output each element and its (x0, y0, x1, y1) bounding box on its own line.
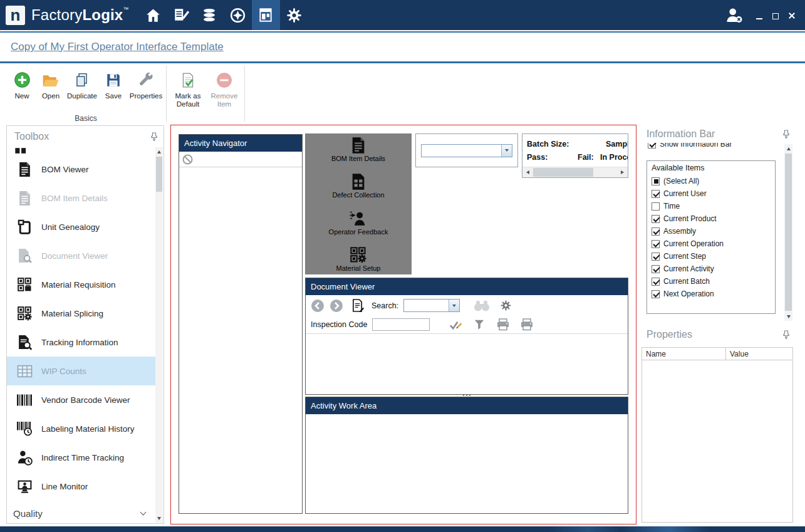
activity-item-bom-item-details[interactable]: BOM Item Details (305, 137, 412, 162)
scroll-down-button[interactable] (155, 514, 163, 523)
scrollbar-thumb[interactable] (533, 168, 593, 177)
toolbox-item-material-splicing[interactable]: Material Splicing (7, 299, 155, 328)
scroll-up-button[interactable] (784, 144, 792, 153)
toolbox-item-indirect-time-tracking[interactable]: Indirect Time Tracking (7, 443, 155, 472)
activity-item-operator-feedback[interactable]: Operator Feedback (305, 210, 412, 236)
print-icon[interactable] (496, 318, 510, 331)
toolbox-item-document-viewer[interactable]: Document Viewer (7, 241, 155, 270)
scroll-down-button[interactable] (784, 312, 792, 321)
search-dropdown-button[interactable] (449, 300, 459, 311)
toolbox-item-tracking-information[interactable]: Tracking Information (7, 328, 155, 357)
activity-work-area-content[interactable] (306, 414, 628, 513)
print-preview-icon[interactable] (520, 318, 534, 331)
new-button[interactable]: New (8, 68, 36, 100)
next-operation-checkbox[interactable] (652, 290, 660, 298)
widget-combobox[interactable] (421, 144, 512, 157)
save-button[interactable]: Save (99, 68, 128, 100)
item-assembly[interactable]: Assembly (647, 225, 775, 237)
combobox-dropdown-button[interactable] (501, 145, 512, 157)
item-current-user[interactable]: Current User (647, 187, 775, 200)
scroll-right-button[interactable] (617, 167, 628, 177)
show-information-bar-row[interactable]: Show Information Bar (648, 143, 796, 151)
toolbox-item-labeling-material-history[interactable]: Labeling Material History (7, 414, 155, 443)
toolbox-item-line-monitor[interactable]: Line Monitor (7, 472, 155, 501)
close-button[interactable] (787, 11, 796, 19)
scrollbar-thumb[interactable] (785, 154, 792, 311)
user-account-icon[interactable] (720, 0, 749, 30)
column-header-name[interactable]: Name (642, 348, 726, 360)
search-input[interactable] (405, 301, 449, 311)
viewer-settings-gear-icon[interactable] (500, 300, 512, 311)
nav-settings-icon[interactable] (280, 0, 308, 30)
minimize-button[interactable] (755, 11, 764, 19)
toolbox-group-quality[interactable]: Quality (7, 504, 155, 523)
document-viewer-content[interactable] (306, 334, 628, 394)
activity-toolbox-panel[interactable]: BOM Item Details Defect Collection Opera… (305, 133, 412, 274)
document-viewer-panel[interactable]: Document Viewer Search: Inspection Code (305, 278, 628, 395)
toolbox-item-bom-viewer[interactable]: BOM Viewer (7, 155, 155, 184)
chevron-down-icon (140, 509, 147, 516)
pin-icon[interactable] (782, 130, 790, 138)
approve-check-icon[interactable] (449, 319, 462, 331)
item-current-activity[interactable]: Current Activity (647, 263, 775, 275)
activity-item-material-setup[interactable]: Material Setup (305, 246, 412, 272)
forward-button[interactable] (330, 299, 343, 313)
column-header-value[interactable]: Value (726, 348, 792, 360)
scroll-up-button[interactable] (155, 147, 163, 156)
open-button[interactable]: Open (36, 68, 65, 100)
remove-item-button[interactable]: Remove Item (206, 68, 242, 108)
item-current-product[interactable]: Current Product (647, 212, 775, 225)
toolbox-item-bom-item-details[interactable]: BOM Item Details (7, 184, 155, 212)
back-button[interactable] (311, 299, 325, 313)
item-current-operation[interactable]: Current Operation (647, 237, 775, 250)
toolbox-item-wip-counts[interactable]: WIP Counts (7, 357, 155, 385)
item-next-operation[interactable]: Next Operation (647, 288, 775, 300)
time-checkbox[interactable] (652, 202, 660, 211)
scroll-left-button[interactable] (522, 167, 533, 177)
activity-item-defect-collection[interactable]: Defect Collection (305, 173, 412, 199)
duplicate-button[interactable]: Duplicate (65, 68, 99, 100)
current-user-checkbox[interactable] (652, 190, 660, 198)
item-current-batch[interactable]: Current Batch (647, 275, 775, 288)
dropdown-widget-panel[interactable] (415, 133, 518, 167)
activity-navigator-panel[interactable]: Activity Navigator (179, 134, 303, 514)
nav-dispatch-icon[interactable] (224, 0, 252, 30)
designer-surface[interactable]: Activity Navigator BOM Item Details Defe… (170, 125, 636, 524)
scrollbar-thumb[interactable] (156, 157, 162, 192)
nav-home-icon[interactable] (139, 0, 167, 30)
current-activity-checkbox[interactable] (652, 265, 660, 273)
activity-work-area-panel[interactable]: Activity Work Area (305, 397, 628, 514)
nav-templates-icon[interactable] (252, 0, 280, 30)
pin-icon[interactable] (150, 132, 158, 141)
toolbox-item-vendor-barcode-viewer[interactable]: Vendor Barcode Viewer (7, 385, 155, 414)
current-step-checkbox[interactable] (652, 253, 660, 261)
filter-icon[interactable] (474, 319, 485, 330)
show-information-bar-checkbox[interactable] (648, 143, 656, 149)
search-combobox[interactable] (403, 299, 460, 312)
nav-worksheet-icon[interactable] (167, 0, 195, 30)
current-product-checkbox[interactable] (652, 215, 660, 223)
properties-button[interactable]: Properties (128, 68, 164, 100)
assembly-checkbox[interactable] (652, 227, 660, 236)
maximize-button[interactable] (771, 11, 780, 19)
template-title[interactable]: Copy of My First Operator Interface Temp… (11, 41, 224, 53)
current-operation-checkbox[interactable] (652, 240, 660, 248)
toolbox-item-unit-genealogy[interactable]: Unit Genealogy (7, 212, 155, 241)
document-list-icon[interactable] (352, 299, 364, 312)
batch-panel-hscrollbar[interactable] (522, 167, 628, 177)
batch-summary-panel[interactable]: Batch Size: Sample Pass: Fail: In Proces… (522, 133, 628, 178)
information-bar-scrollbar[interactable] (784, 144, 792, 321)
toolbox-item-material-requisition[interactable]: Material Requisition (7, 270, 155, 299)
toolbox-item-partial[interactable] (7, 147, 155, 155)
mark-as-default-button[interactable]: Mark as Default (170, 68, 206, 108)
item-select-all[interactable]: (Select All) (647, 175, 775, 187)
toolbox-scrollbar[interactable] (155, 147, 163, 523)
item-current-step[interactable]: Current Step (647, 250, 775, 263)
item-time[interactable]: Time (647, 200, 775, 212)
current-batch-checkbox[interactable] (652, 278, 660, 286)
nav-materials-icon[interactable] (195, 0, 224, 30)
pin-icon[interactable] (782, 330, 790, 339)
find-binoculars-icon[interactable] (474, 300, 490, 311)
inspection-code-input[interactable] (372, 318, 430, 331)
select-all-checkbox[interactable] (652, 177, 660, 185)
